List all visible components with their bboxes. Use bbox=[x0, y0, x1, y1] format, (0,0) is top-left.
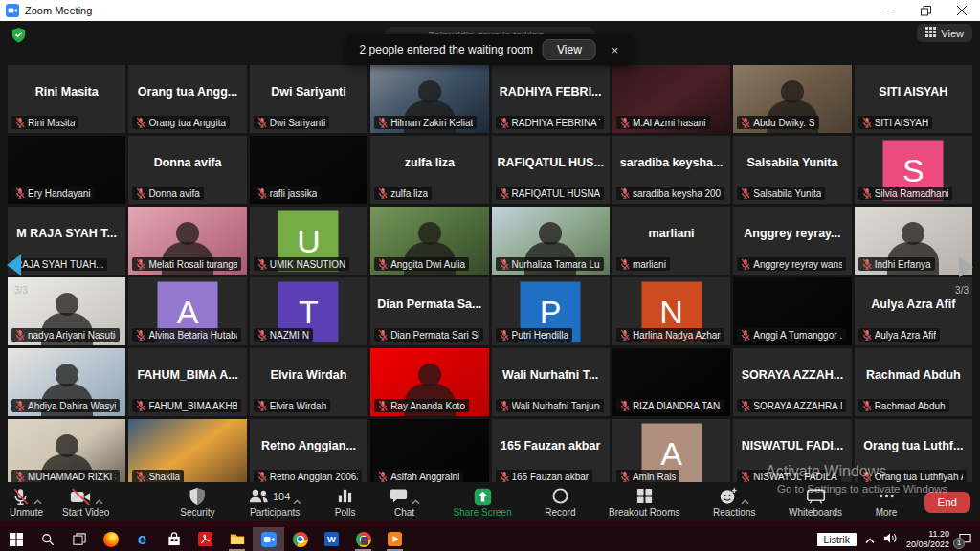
participant-tile[interactable]: Ery Handayani bbox=[8, 136, 125, 204]
participant-tile[interactable]: Rachmad AbduhRachmad Abduh bbox=[855, 348, 972, 416]
taskbar-firefox[interactable] bbox=[95, 527, 126, 551]
participant-tile[interactable]: TNAZMI N bbox=[250, 277, 368, 345]
mic-muted-icon bbox=[15, 187, 25, 199]
participant-tile[interactable]: Ray Ananda Koto bbox=[370, 348, 488, 416]
toolbar-start-video[interactable]: Start Video bbox=[62, 487, 109, 518]
encryption-shield-icon[interactable] bbox=[11, 27, 26, 47]
participant-tile[interactable]: Wali Nurhafni T...Wali Nurhafni Tanjung bbox=[492, 348, 610, 416]
participant-tile[interactable]: SORAYA AZZAH...SORAYA AZZAHRA NST bbox=[733, 348, 851, 416]
participant-tile[interactable]: Asifah Anggraini bbox=[370, 419, 488, 482]
participant-tile[interactable]: M.Al Azmi hasani bbox=[612, 65, 730, 133]
participant-tile[interactable]: Salsabila YunitaSalsabila Yunita bbox=[733, 136, 851, 204]
participant-tile[interactable]: rafli jassika bbox=[250, 136, 368, 204]
participant-tile[interactable]: Hilman Zakiri Keliat bbox=[370, 65, 488, 133]
toolbar-share-screen[interactable]: Share Screen bbox=[454, 487, 512, 518]
action-center-icon[interactable]: 1 bbox=[958, 533, 972, 546]
participant-tile[interactable]: Dwi SariyantiDwi Sariyanti bbox=[250, 65, 368, 133]
taskbar-edge[interactable]: e bbox=[126, 527, 158, 551]
toolbar-unmute[interactable]: Unmute bbox=[10, 487, 43, 518]
people-icon bbox=[248, 487, 270, 505]
participant-tile[interactable]: Shakila bbox=[128, 419, 246, 482]
participant-tile[interactable]: Anggi A Tumanggor ... bbox=[733, 277, 851, 345]
taskbar-file-explorer[interactable] bbox=[221, 527, 253, 551]
task-view-icon bbox=[73, 533, 86, 546]
end-meeting-button[interactable]: End bbox=[924, 492, 970, 513]
avatar-letter: A bbox=[660, 434, 682, 472]
tray-clock[interactable]: 11.20 20/08/2022 bbox=[906, 529, 949, 549]
toolbar-polls-label: Polls bbox=[335, 507, 356, 518]
participant-tile[interactable]: Abdu Dwiky. S bbox=[733, 65, 851, 133]
participant-tile[interactable]: MUHAMMAD RIZKI SI... bbox=[8, 419, 125, 482]
taskbar-zoom[interactable] bbox=[253, 527, 284, 551]
participant-tile[interactable]: saradiba keysha...saradiba keysha 2006..… bbox=[612, 136, 730, 204]
toolbar-breakout-rooms[interactable]: Breakout Rooms bbox=[609, 487, 679, 518]
toolbar-more[interactable]: More bbox=[876, 487, 898, 518]
participant-label: MUHAMMAD RIZKI SI... bbox=[11, 470, 120, 482]
toolbar-polls[interactable]: Polls bbox=[335, 487, 356, 518]
participant-tile[interactable]: AAmin Rais bbox=[612, 419, 730, 482]
participant-tile[interactable]: zulfa lizazulfa liza bbox=[370, 136, 488, 204]
participant-tile[interactable]: Elvira WirdahElvira Wirdah bbox=[250, 348, 368, 416]
taskbar-chrome-2[interactable] bbox=[347, 527, 379, 551]
toolbar-whiteboards[interactable]: Whiteboards bbox=[789, 487, 842, 518]
participant-label-text: Silvia Ramadhani bbox=[875, 188, 949, 199]
participant-tile[interactable]: Orang tua Luthf...Orang tua Luthfiyah A.… bbox=[855, 419, 972, 482]
participant-tile[interactable]: Rini MasitaRini Masita bbox=[8, 65, 125, 133]
participant-tile[interactable]: RAFIQATUL HUS...RAFIQATUL HUSNA F... bbox=[492, 136, 610, 204]
page-previous-arrow-icon[interactable] bbox=[7, 254, 21, 276]
participant-tile[interactable]: UUMIK NASUTION bbox=[250, 207, 368, 275]
toast-close-icon[interactable]: × bbox=[606, 43, 625, 57]
page-next-arrow-icon[interactable] bbox=[959, 256, 973, 277]
toolbar-reactions[interactable]: Reactions bbox=[713, 487, 755, 518]
view-button[interactable]: View bbox=[917, 24, 972, 42]
waiting-room-view-button[interactable]: View bbox=[543, 39, 596, 60]
toolbar-record-label: Record bbox=[545, 507, 575, 518]
participant-label: Wali Nurhafni Tanjung bbox=[496, 399, 604, 412]
taskbar-acrobat[interactable] bbox=[189, 527, 221, 551]
taskbar-word[interactable]: W bbox=[316, 527, 347, 551]
participant-tile[interactable]: Anggrey reyray...Anggrey reyray wansa bbox=[733, 207, 851, 275]
participant-tile[interactable]: PPutri Hendilla bbox=[492, 277, 610, 345]
close-icon[interactable] bbox=[944, 0, 980, 21]
participant-tile[interactable]: Nurhaliza Tamara Lu... bbox=[492, 207, 610, 275]
participant-tile[interactable]: RADHIYA FEBRI...RADHIYA FEBRINA TRI... bbox=[492, 65, 610, 133]
taskbar-start[interactable] bbox=[0, 527, 32, 551]
participant-tile[interactable]: SSilvia Ramadhani bbox=[855, 136, 972, 204]
participant-tile[interactable]: NHarlina Nadya Azhari bbox=[612, 277, 730, 345]
mic-muted-icon bbox=[741, 187, 750, 199]
participant-tile[interactable]: Donna avifaDonna avifa bbox=[128, 136, 246, 204]
minimize-icon[interactable] bbox=[871, 0, 907, 21]
restore-icon[interactable] bbox=[907, 0, 944, 21]
mic-muted-icon bbox=[500, 329, 509, 341]
participant-tile[interactable]: Retno Anggian...Retno Anggian 20062... bbox=[250, 419, 368, 482]
participant-tile[interactable]: Ahdiya Dahira Wasyiya bbox=[8, 348, 125, 416]
participant-tile[interactable]: M RAJA SYAH T...RAJA SYAH TUAH... bbox=[8, 207, 125, 275]
participant-tile[interactable]: Orang tua Angg...Orang tua Anggita bbox=[128, 65, 246, 133]
participant-label: RAFIQATUL HUSNA F... bbox=[496, 187, 604, 200]
participant-tile[interactable]: Dian Permata Sa...Dian Permata Sari Sir.… bbox=[370, 277, 488, 345]
taskbar-search[interactable] bbox=[32, 527, 63, 551]
tray-speaker-icon[interactable] bbox=[883, 531, 898, 548]
tray-hidden-icons-chevron-icon[interactable] bbox=[865, 531, 875, 548]
toolbar-chat[interactable]: Chat bbox=[389, 487, 420, 518]
toolbar-record[interactable]: Record bbox=[545, 487, 575, 518]
participant-tile[interactable]: NISWATUL FADI...NISWATUL FADILA bbox=[733, 419, 851, 482]
toolbar-participants[interactable]: 104Participants bbox=[248, 487, 301, 518]
participant-tile[interactable]: Melati Rosali turangan bbox=[128, 207, 246, 275]
participant-tile[interactable]: 165 Fauzan akbar165 Fauzan akbar bbox=[492, 419, 610, 482]
participant-tile[interactable]: Anggita Dwi Aulia bbox=[370, 207, 488, 275]
participant-tile[interactable]: RIZA DIANDRA TANJ... bbox=[612, 348, 730, 416]
toolbar-security[interactable]: Security bbox=[180, 487, 214, 518]
taskbar-chrome[interactable] bbox=[284, 527, 316, 551]
participant-tile[interactable]: AAlvina Betaria Hutaba... bbox=[128, 277, 246, 345]
participant-tile[interactable]: marlianimarliani bbox=[612, 207, 730, 275]
taskbar-media-player[interactable] bbox=[379, 527, 411, 551]
participant-tile[interactable]: FAHUM_BIMA A...FAHUM_BIMA AKHBA... bbox=[128, 348, 246, 416]
taskbar-store[interactable] bbox=[158, 527, 189, 551]
participant-tile[interactable]: SITI AISYAHSITI AISYAH bbox=[855, 65, 972, 133]
participant-tile[interactable]: Indhi Erfanya bbox=[855, 207, 972, 275]
tray-language-indicator[interactable]: Listrik bbox=[817, 533, 857, 546]
participant-label-text: RAJA SYAH TUAH... bbox=[15, 259, 103, 270]
taskbar-task-view[interactable] bbox=[63, 527, 95, 551]
mic-muted-icon bbox=[378, 400, 388, 411]
